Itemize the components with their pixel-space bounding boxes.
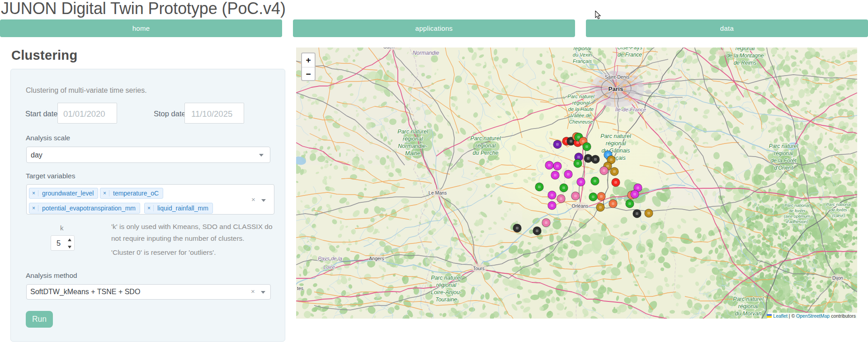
svg-text:Le Mans: Le Mans — [429, 190, 447, 196]
svg-text:Parc naturelrégionalde la Haut: Parc naturelrégionalde la HauteVallée de… — [567, 94, 594, 124]
svg-text:Caen: Caen — [383, 48, 394, 49]
svg-text:Angers: Angers — [369, 256, 384, 261]
svg-text:tes: tes — [297, 286, 303, 291]
svg-text:Normandie: Normandie — [413, 50, 439, 56]
svg-text:régionaldu VexinFrançais: régionaldu VexinFrançais — [573, 48, 592, 64]
svg-text:Dijon: Dijon — [832, 275, 843, 281]
svg-text:Tours: Tours — [473, 266, 485, 271]
svg-text:Paris: Paris — [608, 86, 623, 92]
svg-text:Loire: Loire — [323, 264, 335, 270]
svg-text:Saint-Denis: Saint-Denis — [605, 74, 629, 80]
svg-text:Oise-Paysde France: Oise-Paysde France — [617, 48, 642, 58]
svg-text:Île-de-France: Île-de-France — [615, 107, 646, 112]
svg-text:Parc nationalde forêts(aire op: Parc nationalde forêts(aire optimumd'adh… — [784, 203, 810, 224]
svg-text:Orléans: Orléans — [572, 203, 589, 209]
svg-text:Pays de la: Pays de la — [318, 256, 342, 261]
